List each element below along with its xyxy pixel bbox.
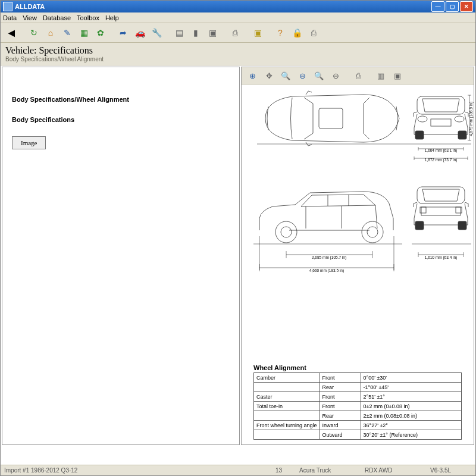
page-title: Vehicle: Specifications [5,45,471,56]
table-row: Outward30°20' ±1° (Reference) [254,430,462,440]
status-engine: V6-3.5L [430,467,472,474]
doc-icon[interactable]: ▮ [189,26,203,40]
table-row: Front wheel turning angleInward36°27' ±2… [254,421,462,430]
svg-text:1,872 mm (73.7 in): 1,872 mm (73.7 in) [425,158,458,162]
zoom-in-icon[interactable]: ⊕ [245,68,259,83]
status-make: Acura Truck [299,467,365,474]
menu-help[interactable]: Help [105,14,119,21]
svg-text:2,685 mm (105.7 in): 2,685 mm (105.7 in) [312,255,346,260]
svg-point-19 [275,221,297,243]
maximize-button[interactable]: ▢ [446,1,459,12]
menu-data[interactable]: Data [3,14,17,21]
svg-point-5 [418,116,427,122]
image-button[interactable]: Image [12,136,46,149]
save-icon[interactable]: ▣ [250,26,265,40]
main-toolbar: ◀↻⌂✎▦✿➦🚗🔧▤▮▣⎙▣?🔒⎙ [1,23,475,43]
title-bar: ALLDATA — ▢ ✕ [1,1,475,12]
export-icon[interactable]: ➦ [116,26,130,40]
wa-pos: Front [320,373,361,383]
lock-icon[interactable]: 🔒 [290,26,304,40]
print3-icon[interactable]: ⎙ [351,68,365,83]
wa-param [254,383,320,392]
wa-pos: Front [320,392,361,402]
print2-icon[interactable]: ⎙ [306,26,321,40]
svg-rect-28 [420,207,426,213]
left-section-1: Body Specifications/Wheel Alignment [12,96,230,103]
window-title: ALLDATA [15,3,45,10]
car-icon[interactable]: 🚗 [133,26,147,40]
wa-param: Front wheel turning angle [254,421,320,430]
dim-rear-track: 1,610 mm (63.4 in) [425,255,458,260]
list-icon[interactable]: ▤ [172,26,186,40]
refresh-icon[interactable]: ↻ [27,26,41,40]
main-area: Body Specifications/Wheel Alignment Body… [1,65,475,446]
camera-icon[interactable]: ▣ [390,68,405,83]
svg-rect-27 [421,207,461,215]
table-row: Rear-1°00' ±45' [254,383,462,392]
dim-wheelbase: 2,685 mm (105.7 in) [312,255,346,260]
wa-value: 0±2 mm (0±0.08 in) [361,402,461,411]
svg-point-21 [362,221,383,243]
page-header: Vehicle: Specifications Body Specificati… [1,43,475,65]
print-icon[interactable]: ⎙ [228,26,242,40]
menu-toolbox[interactable]: Toolbox [77,14,99,21]
wrench-icon[interactable]: 🔧 [149,26,164,40]
status-bar: Import #1 1986-2012 Q3-12 13 Acura Truck… [1,465,475,475]
svg-rect-1 [417,96,465,114]
wa-param: Caster [254,392,320,402]
svg-line-17 [375,205,377,228]
zoom-fit-icon[interactable]: ⊖ [295,68,309,83]
wa-param: Total toe-in [254,402,320,411]
zoom-reset-icon[interactable]: 🔍 [312,68,326,83]
dim-front-track: 1,604 mm (63.1 in) [425,148,458,153]
dim-front-width: 1,872 mm (73.7 in) [425,158,458,162]
menu-bar: Data View Database Toolbox Help [1,12,475,23]
wa-value: 30°20' ±1° (Reference) [361,430,461,440]
menu-database[interactable]: Database [43,14,71,21]
zoom-out-icon[interactable]: ⊖ [328,68,343,83]
zoom-area-icon[interactable]: 🔍 [278,68,293,83]
pan-icon[interactable]: ✥ [262,68,276,83]
svg-text:4,660 mm (183.5 in): 4,660 mm (183.5 in) [309,268,344,273]
close-button[interactable]: ✕ [460,1,473,12]
help-icon[interactable]: ? [273,26,287,40]
right-pane: ⊕✥🔍⊖🔍⊖⎙▥▣ [241,67,474,445]
wa-pos: Rear [320,411,361,421]
table-row: Rear2±2 mm (0.08±0.08 in) [254,411,462,421]
wheel-alignment-table: CamberFront0°00' ±30'Rear-1°00' ±45'Cast… [253,372,462,440]
left-section-2: Body Specifications [12,116,230,123]
wa-param: Camber [254,373,320,383]
svg-rect-3 [458,131,466,139]
wa-pos: Outward [320,430,361,440]
svg-text:1,610 mm (63.4 in): 1,610 mm (63.4 in) [425,255,458,260]
back-icon[interactable]: ◀ [4,26,18,40]
wa-pos: Inward [320,421,361,430]
wa-pos: Rear [320,383,361,392]
diagram-svg: 4,879 mm (186.9 in) 1,604 mm (63.1 in) 1… [242,84,474,340]
wa-value: 36°27' ±2° [361,421,461,430]
home-icon[interactable]: ⌂ [43,26,58,40]
svg-point-6 [455,116,464,122]
menu-view[interactable]: View [23,14,37,21]
status-dataset: Import #1 1986-2012 Q3-12 [4,467,77,474]
wa-value: 2±2 mm (0.08±0.08 in) [361,411,461,421]
svg-rect-29 [456,207,462,213]
wheel-alignment-section: Wheel Alignment CamberFront0°00' ±30'Rea… [242,362,474,444]
table-row: CamberFront0°00' ±30' [254,373,462,383]
video-icon[interactable]: ▣ [205,26,220,40]
svg-rect-26 [458,221,466,230]
left-pane: Body Specifications/Wheel Alignment Body… [2,67,240,445]
svg-point-22 [367,227,378,237]
tools-icon[interactable]: ✎ [60,26,74,40]
app-icon [3,2,12,11]
gear-icon[interactable]: ✿ [93,26,108,40]
image-toolbar: ⊕✥🔍⊖🔍⊖⎙▥▣ [242,67,474,84]
wa-param [254,411,320,421]
minimize-button[interactable]: — [431,1,444,12]
svg-text:1,604 mm (63.1 in): 1,604 mm (63.1 in) [425,148,458,153]
wheel-alignment-title: Wheel Alignment [253,364,469,371]
copy-icon[interactable]: ▥ [374,68,388,83]
svg-rect-0 [319,108,343,129]
cards-icon[interactable]: ▦ [77,26,91,40]
breadcrumb: Body Specifications/Wheel Alignment [5,56,471,62]
